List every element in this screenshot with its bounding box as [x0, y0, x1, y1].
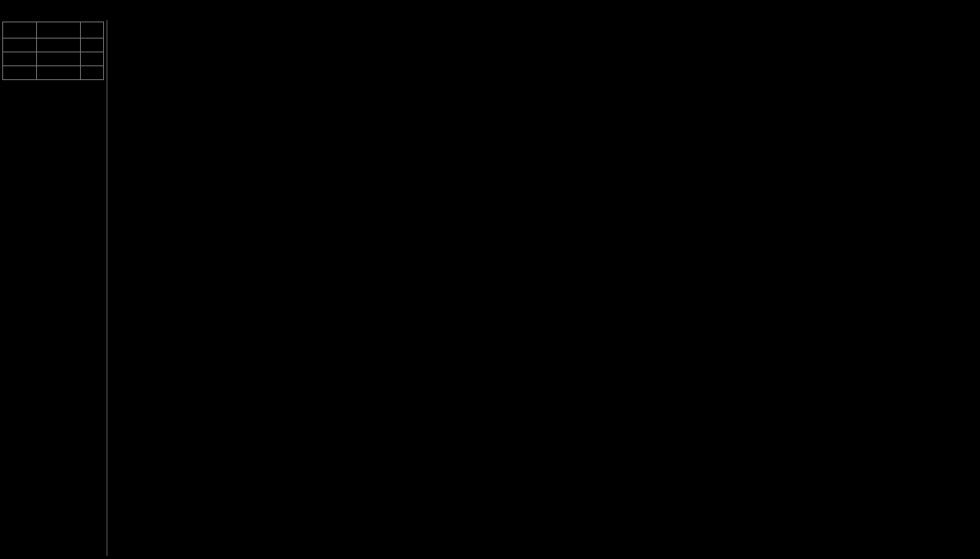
chevron-down-icon: [927, 8, 933, 12]
signal-unit: [81, 38, 104, 52]
signal-value: [37, 66, 81, 80]
waveform-plot-canvas[interactable]: [108, 20, 978, 556]
window-controls: [920, 0, 980, 20]
x-axis-labels: [108, 541, 978, 556]
signal-row-gamma[interactable]: [3, 66, 104, 80]
header-value: [37, 22, 81, 38]
chart-area: [108, 20, 978, 556]
signal-row-alpha[interactable]: [3, 38, 104, 52]
title-bar[interactable]: [0, 0, 980, 20]
close-button[interactable]: [960, 0, 980, 20]
window-border-bottom: [0, 556, 980, 559]
collapse-button[interactable]: [920, 0, 940, 20]
maximize-icon: [946, 6, 955, 15]
header-name: [3, 22, 37, 38]
signal-name[interactable]: [3, 66, 37, 80]
cursor-line[interactable]: [108, 32, 109, 537]
signal-name[interactable]: [3, 38, 37, 52]
signal-table-header: [3, 22, 104, 38]
bookmark-icon: [6, 4, 16, 16]
waveform-window: [0, 0, 980, 559]
signal-value: [37, 52, 81, 66]
signal-panel: [2, 20, 106, 556]
maximize-button[interactable]: [940, 0, 960, 20]
signal-name[interactable]: [3, 52, 37, 66]
signal-value: [37, 38, 81, 52]
signal-row-beta[interactable]: [3, 52, 104, 66]
signal-unit: [81, 52, 104, 66]
signal-table: [2, 22, 104, 80]
signal-unit: [81, 66, 104, 80]
header-unit: [81, 22, 104, 38]
